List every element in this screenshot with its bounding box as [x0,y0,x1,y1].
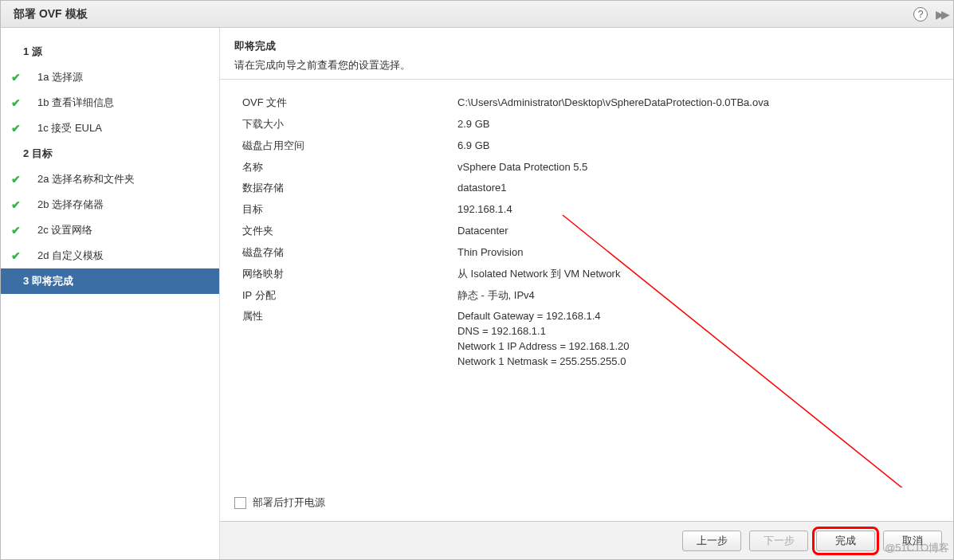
dialog-body: 1 源✔1a 选择源✔1b 查看详细信息✔1c 接受 EULA2 目标✔2a 选… [1,28,953,559]
wizard-step-1c[interactable]: ✔1c 接受 EULA [1,116,219,141]
summary-value: 6.9 GB [457,139,939,154]
summary-label: OVF 文件 [242,96,450,110]
check-icon: ✔ [9,224,23,237]
summary-label: 文件夹 [242,224,450,238]
summary-value: 192.168.1.4 [457,202,939,217]
cancel-button[interactable]: 取消 [883,531,942,551]
dialog-footer: 上一步 下一步 完成 取消 [220,521,953,559]
check-icon: ✔ [9,249,23,262]
step-label: 1 源 [23,45,42,59]
step-label: 2a 选择名称和文件夹 [23,172,135,186]
power-on-row: 部署后打开电源 [220,488,953,521]
ovf-deploy-dialog: 部署 OVF 模板 ? ▶▶ 1 源✔1a 选择源✔1b 查看详细信息✔1c 接… [0,0,954,560]
titlebar: 部署 OVF 模板 ? ▶▶ [1,1,953,28]
wizard-step-1[interactable]: 1 源 [1,39,219,65]
check-icon: ✔ [9,71,23,84]
summary-label: IP 分配 [242,288,450,303]
power-on-checkbox[interactable] [234,497,246,509]
summary-label: 名称 [242,160,450,174]
dialog-title: 部署 OVF 模板 [14,7,88,22]
power-on-label: 部署后打开电源 [253,495,325,510]
summary-label: 目标 [242,202,450,217]
summary-value: 静态 - 手动, IPv4 [457,288,939,303]
check-icon: ✔ [9,173,23,186]
wizard-step-1a[interactable]: ✔1a 选择源 [1,65,219,90]
summary-value: Thin Provision [457,245,939,260]
check-icon: ✔ [9,198,23,211]
summary-value: datastore1 [457,181,939,196]
expand-icon[interactable]: ▶▶ [936,8,947,21]
summary-label: 属性 [242,309,450,323]
step-label: 1c 接受 EULA [23,121,102,135]
step-label: 2b 选择存储器 [23,198,104,212]
summary-value: C:\Users\Administrator\Desktop\vSphereDa… [457,96,939,111]
step-label: 1b 查看详细信息 [23,96,114,110]
check-icon: ✔ [9,122,23,135]
next-button: 下一步 [749,531,808,551]
summary-value: vSphere Data Protection 5.5 [457,160,939,175]
step-label: 1a 选择源 [23,70,83,84]
back-button[interactable]: 上一步 [682,531,741,551]
wizard-step-2c[interactable]: ✔2c 设置网络 [1,217,219,243]
summary-grid: OVF 文件C:\Users\Administrator\Desktop\vSp… [242,96,939,370]
step-label: 2 目标 [23,147,53,161]
summary-value: 2.9 GB [457,117,939,132]
finish-button[interactable]: 完成 [816,531,875,551]
summary-label: 磁盘占用空间 [242,139,450,153]
titlebar-controls: ? ▶▶ [913,7,947,22]
wizard-step-2[interactable]: 2 目标 [1,141,219,166]
summary-label: 数据存储 [242,181,450,195]
page-heading: 即将完成 [234,39,939,53]
step-label: 3 即将完成 [23,274,73,288]
wizard-step-1b[interactable]: ✔1b 查看详细信息 [1,90,219,116]
wizard-sidebar: 1 源✔1a 选择源✔1b 查看详细信息✔1c 接受 EULA2 目标✔2a 选… [1,28,219,559]
page-subheading: 请在完成向导之前查看您的设置选择。 [234,58,939,72]
check-icon: ✔ [9,96,23,109]
summary-content: OVF 文件C:\Users\Administrator\Desktop\vSp… [220,80,953,488]
main-panel: 即将完成 请在完成向导之前查看您的设置选择。 OVF 文件C:\Users\Ad… [219,28,953,559]
summary-label: 磁盘存储 [242,245,450,260]
help-icon[interactable]: ? [913,7,928,22]
summary-label: 下载大小 [242,117,450,131]
step-label: 2d 自定义模板 [23,249,104,263]
wizard-step-2a[interactable]: ✔2a 选择名称和文件夹 [1,166,219,192]
main-header: 即将完成 请在完成向导之前查看您的设置选择。 [220,28,953,80]
step-label: 2c 设置网络 [23,223,92,237]
wizard-step-2b[interactable]: ✔2b 选择存储器 [1,192,219,217]
summary-value: Default Gateway = 192.168.1.4 DNS = 192.… [457,309,939,369]
wizard-step-2d[interactable]: ✔2d 自定义模板 [1,243,219,268]
summary-value: 从 Isolated Network 到 VM Network [457,267,939,282]
summary-value: Datacenter [457,224,939,239]
summary-label: 网络映射 [242,267,450,281]
wizard-step-3[interactable]: ✔3 即将完成 [1,268,219,294]
